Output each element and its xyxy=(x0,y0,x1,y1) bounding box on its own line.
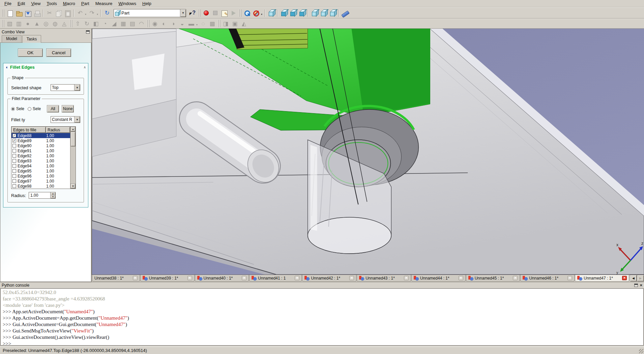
box-primitive-icon[interactable]: ▧ xyxy=(5,19,14,28)
selected-shape-combo[interactable]: Top ▼ xyxy=(51,84,80,91)
toolbar-handle[interactable] xyxy=(147,20,149,27)
workbench-dropdown-button[interactable]: ▼ xyxy=(180,9,186,17)
document-tab-unnamed43[interactable]: Unnamed43 : 1*✕ xyxy=(357,275,411,282)
tab-close-icon[interactable]: ✕ xyxy=(349,276,354,280)
console-float-icon[interactable] xyxy=(634,284,638,287)
toolbar-handle[interactable] xyxy=(218,20,220,27)
edge-radius[interactable]: 1.00 xyxy=(46,154,70,158)
3d-scene[interactable]: x z y xyxy=(92,29,644,275)
select-none-button[interactable]: None xyxy=(62,105,74,112)
edges-table-scrollbar[interactable]: ▲ ▼ xyxy=(70,127,76,189)
edge-row[interactable]: Edge981.00 xyxy=(11,184,70,189)
toolbar-handle[interactable] xyxy=(239,9,241,17)
refresh-icon[interactable]: ↻ xyxy=(103,9,112,18)
menu-macro[interactable]: Macro xyxy=(60,0,78,7)
python-console-output[interactable]: 52.0x45.25x14.0=32942.0face =33.88860427… xyxy=(0,288,644,346)
select-faces-radio[interactable] xyxy=(28,107,31,111)
sweep-icon[interactable]: ◠ xyxy=(137,19,146,28)
menu-help[interactable]: Help xyxy=(139,0,154,7)
edge-checkbox[interactable] xyxy=(12,149,16,153)
cross-sections-icon[interactable]: ▬▾ xyxy=(187,19,196,28)
scroll-up-icon[interactable]: ▲ xyxy=(70,127,76,132)
document-tab-unnamed45[interactable]: Unnamed45 : 1*✕ xyxy=(466,275,520,282)
tab-close-icon[interactable]: ✕ xyxy=(513,276,518,280)
radius-spinbox[interactable]: 1.00 ▲ ▼ xyxy=(29,192,56,199)
edge-row[interactable]: Edge901.00 xyxy=(11,143,70,148)
revolve-icon[interactable]: ↻ xyxy=(82,19,91,28)
menu-edit[interactable]: Edit xyxy=(14,0,28,7)
redo-icon[interactable]: ↷▾ xyxy=(87,9,96,18)
edge-checkbox[interactable]: ✓ xyxy=(12,139,16,142)
loft-icon[interactable]: ▤ xyxy=(128,19,137,28)
edge-checkbox[interactable] xyxy=(12,174,16,178)
undo-icon[interactable]: ↶▾ xyxy=(76,9,85,18)
document-tab-unnamed42[interactable]: Unnamed42 : 1*✕ xyxy=(302,275,356,282)
3d-viewport[interactable]: x z y xyxy=(92,29,644,275)
edge-radius[interactable]: 1.00 xyxy=(46,149,70,153)
tab-close-icon[interactable]: ✕ xyxy=(404,276,409,280)
tab-close-icon[interactable]: ✕ xyxy=(242,276,246,280)
edge-checkbox[interactable] xyxy=(12,159,16,163)
document-tab-unnamed38[interactable]: Unnamed38 : 1*✕ xyxy=(92,275,140,282)
boolean-union-icon[interactable]: ◉ xyxy=(150,19,159,28)
edges-column-header[interactable]: Edges to fille xyxy=(11,127,46,133)
boolean-cut-icon[interactable]: ◑ xyxy=(169,19,178,28)
left-view-icon[interactable] xyxy=(328,9,337,18)
edge-row[interactable]: Edge931.00 xyxy=(11,158,70,163)
scrollbar-thumb[interactable] xyxy=(70,132,76,147)
top-view-icon[interactable] xyxy=(288,9,297,18)
selected-shape-dropdown-button[interactable]: ▼ xyxy=(74,85,80,91)
menu-measure[interactable]: Measure xyxy=(92,0,116,7)
fillet-icon[interactable]: ◔ xyxy=(100,19,110,28)
edge-checkbox[interactable] xyxy=(12,144,16,148)
select-edges-radio[interactable] xyxy=(11,107,15,111)
cone-primitive-icon[interactable]: ▲ xyxy=(32,19,41,28)
right-view-icon[interactable] xyxy=(297,9,306,18)
rear-view-icon[interactable] xyxy=(310,9,319,18)
edge-checkbox[interactable] xyxy=(12,154,16,158)
tab-close-icon[interactable]: ✕ xyxy=(622,276,627,280)
offset-icon[interactable]: ◨ xyxy=(221,19,230,28)
whats-this-icon[interactable] xyxy=(188,9,197,18)
document-tab-unnamed39[interactable]: Unnamed39 : 1*✕ xyxy=(140,275,195,282)
new-document-icon[interactable] xyxy=(5,9,14,18)
macro-stop-icon[interactable] xyxy=(211,9,220,18)
tab-close-icon[interactable]: ✕ xyxy=(133,276,138,280)
select-all-button[interactable]: All xyxy=(47,105,59,112)
edge-radius[interactable]: 1.00 xyxy=(46,174,70,179)
sphere-primitive-icon[interactable]: ● xyxy=(23,19,32,28)
axonometric-view-icon[interactable] xyxy=(267,9,276,18)
macro-play-icon[interactable] xyxy=(229,9,238,18)
document-tab-unnamed44[interactable]: Unnamed44 : 1*✕ xyxy=(411,275,466,282)
macro-edit-icon[interactable] xyxy=(220,9,229,18)
cylinder-primitive-icon[interactable]: ▥ xyxy=(14,19,23,28)
document-tab-unnamed47[interactable]: Unnamed47 : 1*✕ xyxy=(575,275,629,282)
chamfer-icon[interactable]: ◢ xyxy=(110,19,119,28)
tab-close-icon[interactable]: ✕ xyxy=(459,276,463,280)
edge-checkbox[interactable] xyxy=(12,179,16,183)
edge-row[interactable]: Edge951.00 xyxy=(11,168,70,173)
toolbar-handle[interactable] xyxy=(70,20,72,27)
print-icon[interactable] xyxy=(32,9,41,18)
document-tab-unnamed46[interactable]: Unnamed46 : 1*✕ xyxy=(520,275,575,282)
menu-tools[interactable]: Tools xyxy=(43,0,60,7)
edge-radius[interactable]: 1.00 xyxy=(46,179,70,184)
edge-radius[interactable]: 1.00 xyxy=(46,164,70,168)
tab-tasks[interactable]: Tasks xyxy=(22,35,41,43)
tab-close-icon[interactable]: ✕ xyxy=(295,276,299,280)
edge-checkbox[interactable] xyxy=(12,164,16,168)
shape-builder-icon[interactable]: ◬ xyxy=(60,19,69,28)
toolbar-handle[interactable] xyxy=(198,9,201,17)
edge-radius[interactable]: 1.00 xyxy=(46,169,70,173)
edge-radius[interactable]: 1.00 xyxy=(46,133,70,138)
refine-shape-icon[interactable]: ◭ xyxy=(239,19,248,28)
open-document-icon[interactable] xyxy=(14,9,23,18)
boolean-intersection-icon[interactable]: ◐ xyxy=(159,19,169,28)
cut-icon[interactable]: ✂ xyxy=(45,9,54,18)
ok-button[interactable]: OK xyxy=(18,49,43,57)
radius-spin-down-icon[interactable]: ▼ xyxy=(51,195,55,198)
workbench-selector[interactable]: Part ▼ xyxy=(114,9,186,17)
edge-row[interactable]: Edge911.00 xyxy=(11,148,70,153)
copy-icon[interactable] xyxy=(54,9,63,18)
toolbar-handle[interactable] xyxy=(2,9,4,17)
